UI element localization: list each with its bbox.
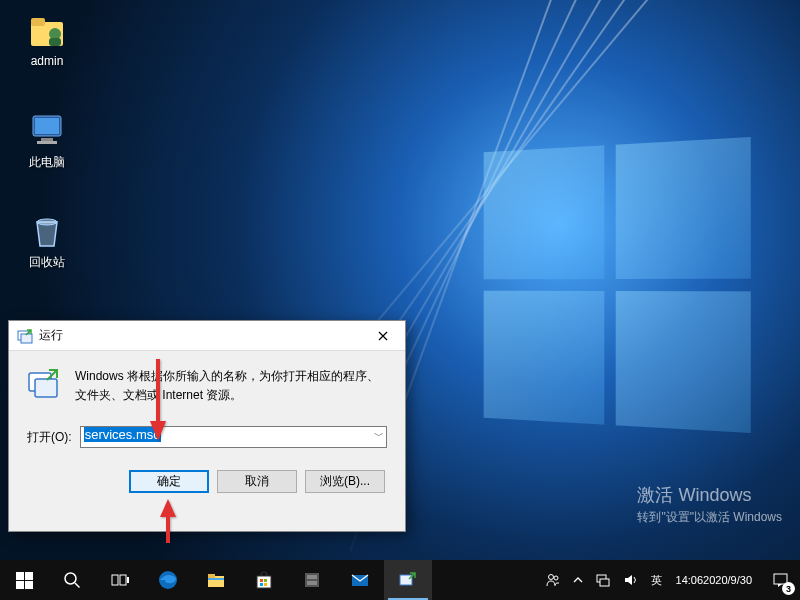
run-icon xyxy=(17,328,33,344)
svg-rect-5 xyxy=(35,118,59,134)
chevron-down-icon[interactable]: ﹀ xyxy=(374,429,384,443)
desktop-icon-admin[interactable]: admin xyxy=(12,10,82,68)
computer-icon xyxy=(27,110,67,150)
svg-point-35 xyxy=(548,575,553,580)
taskbar-mail[interactable] xyxy=(336,560,384,600)
svg-rect-27 xyxy=(264,579,267,582)
desktop-icon-this-pc[interactable]: 此电脑 xyxy=(12,110,82,171)
activation-watermark: 激活 Windows 转到"设置"以激活 Windows xyxy=(637,483,782,526)
edge-icon xyxy=(157,569,179,591)
tray-people[interactable] xyxy=(539,560,567,600)
desktop[interactable]: admin 此电脑 回收站 激活 Windows 转到"设置"以激活 Windo… xyxy=(0,0,800,560)
svg-rect-1 xyxy=(31,18,45,26)
svg-point-36 xyxy=(554,576,558,580)
taskbar-store[interactable] xyxy=(240,560,288,600)
notification-badge: 3 xyxy=(782,582,795,595)
start-button[interactable] xyxy=(0,560,48,600)
store-icon xyxy=(254,570,274,590)
svg-rect-3 xyxy=(49,38,61,46)
open-combobox[interactable]: services.msc ﹀ xyxy=(80,426,387,448)
svg-rect-32 xyxy=(307,581,317,585)
mail-icon xyxy=(350,570,370,590)
svg-rect-19 xyxy=(120,575,126,585)
desktop-icon-recycle-bin[interactable]: 回收站 xyxy=(12,210,82,271)
ime-label: 英 xyxy=(651,573,662,588)
svg-rect-26 xyxy=(260,579,263,582)
search-icon xyxy=(63,571,81,589)
svg-rect-31 xyxy=(307,575,317,579)
svg-rect-15 xyxy=(16,581,24,589)
svg-rect-38 xyxy=(600,579,609,586)
run-dialog: 运行 Windows 将根据你所输入的名称，为你打开相应的程序、文件夹、文档或 … xyxy=(8,320,406,532)
svg-rect-34 xyxy=(400,575,412,585)
watermark-subtitle: 转到"设置"以激活 Windows xyxy=(637,509,782,526)
tray-ime[interactable]: 英 xyxy=(645,560,668,600)
recycle-bin-icon xyxy=(27,210,67,250)
open-label: 打开(O): xyxy=(27,429,72,446)
chevron-up-icon xyxy=(573,575,583,585)
tray-volume[interactable] xyxy=(617,560,645,600)
svg-rect-20 xyxy=(127,577,129,583)
tray-notifications[interactable]: 3 xyxy=(760,560,800,600)
svg-rect-13 xyxy=(16,572,24,580)
desktop-icon-label: 回收站 xyxy=(12,254,82,271)
svg-point-17 xyxy=(65,573,76,584)
server-manager-icon xyxy=(302,570,322,590)
people-icon xyxy=(545,572,561,588)
clock-time: 14:06 xyxy=(676,573,704,588)
svg-rect-6 xyxy=(41,138,53,141)
close-button[interactable] xyxy=(360,321,405,351)
system-tray: 英 14:06 2020/9/30 3 xyxy=(539,560,800,600)
clock-date: 2020/9/30 xyxy=(703,573,752,588)
open-input[interactable]: services.msc xyxy=(80,426,387,448)
svg-rect-23 xyxy=(208,574,215,578)
taskbar-file-explorer[interactable] xyxy=(192,560,240,600)
svg-point-8 xyxy=(37,219,57,225)
cancel-button[interactable]: 取消 xyxy=(217,470,297,493)
tray-network[interactable] xyxy=(589,560,617,600)
svg-rect-14 xyxy=(25,572,33,580)
tray-clock[interactable]: 14:06 2020/9/30 xyxy=(668,560,760,600)
task-view-icon xyxy=(111,571,129,589)
dialog-titlebar[interactable]: 运行 xyxy=(9,321,405,351)
network-icon xyxy=(595,572,611,588)
svg-rect-7 xyxy=(37,141,57,144)
tray-overflow[interactable] xyxy=(567,560,589,600)
svg-rect-28 xyxy=(260,583,263,586)
ok-button[interactable]: 确定 xyxy=(129,470,209,493)
run-icon xyxy=(398,570,418,590)
svg-rect-29 xyxy=(264,583,267,586)
taskbar-edge[interactable] xyxy=(144,560,192,600)
windows-logo-icon xyxy=(16,572,33,589)
svg-rect-16 xyxy=(25,581,33,589)
desktop-icon-label: admin xyxy=(12,54,82,68)
search-button[interactable] xyxy=(48,560,96,600)
watermark-title: 激活 Windows xyxy=(637,483,782,507)
taskbar-manager[interactable] xyxy=(288,560,336,600)
svg-rect-18 xyxy=(112,575,118,585)
run-dialog-icon xyxy=(27,367,61,401)
wallpaper-windows-logo xyxy=(484,137,751,433)
taskbar-run-dialog[interactable] xyxy=(384,560,432,600)
user-folder-icon xyxy=(27,10,67,50)
folder-icon xyxy=(206,570,226,590)
taskbar: 英 14:06 2020/9/30 3 xyxy=(0,560,800,600)
close-icon xyxy=(378,331,388,341)
dialog-description: Windows 将根据你所输入的名称，为你打开相应的程序、文件夹、文档或 Int… xyxy=(75,367,387,404)
svg-rect-24 xyxy=(208,578,224,580)
volume-icon xyxy=(623,572,639,588)
desktop-icon-label: 此电脑 xyxy=(12,154,82,171)
browse-button[interactable]: 浏览(B)... xyxy=(305,470,385,493)
dialog-title: 运行 xyxy=(39,327,360,344)
task-view-button[interactable] xyxy=(96,560,144,600)
svg-rect-12 xyxy=(35,379,57,397)
